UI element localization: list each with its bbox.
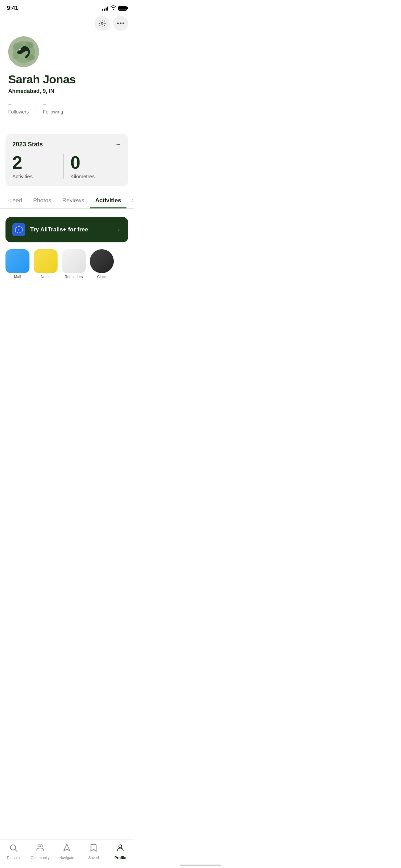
tab-next-arrow[interactable]: >	[126, 194, 134, 208]
app-icon-clock	[90, 249, 114, 273]
svg-point-1	[117, 23, 119, 24]
svg-point-10	[20, 49, 20, 50]
app-icon-mail	[5, 249, 29, 273]
app-icon-reminders-wrapper: Reminders	[62, 249, 86, 279]
profile-section: Sarah Jonas Ahmedabad, 9, IN – Followers…	[0, 34, 134, 127]
tab-photos-label: Photos	[33, 197, 51, 204]
followers-label: Followers	[8, 109, 29, 114]
battery-icon	[118, 6, 127, 11]
svg-text:+: +	[17, 228, 20, 232]
following-item[interactable]: – Following	[36, 101, 63, 114]
svg-point-2	[120, 23, 122, 24]
stats-arrow-icon[interactable]: →	[115, 141, 121, 148]
svg-point-3	[123, 23, 124, 24]
avatar	[8, 36, 39, 67]
tab-activities-label: Activities	[95, 197, 121, 204]
tab-reviews[interactable]: Reviews	[57, 193, 90, 208]
app-icon-clock-label: Clock	[97, 275, 107, 279]
stats-card: 2023 Stats → 2 Activities 0 Kilometres	[5, 134, 128, 186]
app-icon-mail-label: Mail	[14, 275, 21, 279]
app-icon-notes-wrapper: Notes	[34, 249, 58, 279]
activities-label: Activities	[12, 173, 63, 179]
status-icons	[102, 5, 127, 11]
app-icons-row: Mail Notes Reminders Clock	[0, 246, 134, 281]
alltrails-plus-badge: +	[12, 223, 25, 236]
status-bar: 9:41	[0, 0, 134, 14]
followers-row: – Followers – Following	[8, 101, 125, 114]
profile-location: Ahmedabad, 9, IN	[8, 88, 125, 94]
tab-feed-chevron: <	[8, 198, 11, 203]
promo-left: + Try AllTrails+ for free	[12, 223, 88, 236]
stats-header: 2023 Stats →	[12, 141, 121, 148]
promo-banner[interactable]: + Try AllTrails+ for free →	[5, 217, 128, 242]
tab-activities[interactable]: Activities	[90, 193, 127, 208]
app-icon-reminders-label: Reminders	[64, 275, 83, 279]
profile-name: Sarah Jonas	[8, 73, 125, 86]
followers-count: –	[8, 101, 29, 108]
more-button[interactable]	[113, 16, 128, 31]
tab-photos[interactable]: Photos	[28, 193, 57, 208]
tab-reviews-label: Reviews	[62, 197, 84, 204]
app-icon-reminders	[62, 249, 86, 273]
kilometres-stat: 0 Kilometres	[63, 154, 122, 179]
stats-title: 2023 Stats	[12, 141, 43, 148]
svg-point-0	[101, 22, 103, 24]
profile-divider	[8, 127, 125, 127]
following-count: –	[43, 101, 63, 108]
avatar-image	[13, 41, 35, 63]
promo-text: Try AllTrails+ for free	[30, 226, 88, 233]
tabs-underline	[0, 208, 134, 209]
app-icon-notes	[34, 249, 58, 273]
tabs-row: < eed Photos Reviews Activities >	[3, 193, 134, 208]
activities-stat: 2 Activities	[12, 154, 63, 179]
wifi-icon	[110, 5, 116, 11]
status-time: 9:41	[7, 5, 18, 12]
kilometres-label: Kilometres	[71, 173, 122, 179]
tab-feed[interactable]: < eed	[3, 193, 28, 208]
signal-icon	[102, 6, 108, 11]
followers-item[interactable]: – Followers	[8, 101, 36, 114]
activities-value: 2	[12, 154, 63, 171]
app-icon-notes-label: Notes	[41, 275, 51, 279]
app-icon-clock-wrapper: Clock	[90, 249, 114, 279]
settings-button[interactable]	[95, 16, 110, 31]
tab-feed-label: eed	[12, 197, 22, 204]
kilometres-value: 0	[71, 154, 122, 171]
header-actions	[0, 14, 134, 34]
promo-arrow-icon: →	[114, 225, 121, 234]
following-label: Following	[43, 109, 63, 114]
tabs-container: < eed Photos Reviews Activities >	[0, 193, 134, 208]
stats-numbers: 2 Activities 0 Kilometres	[12, 154, 121, 179]
app-icon-mail-wrapper: Mail	[5, 249, 29, 279]
